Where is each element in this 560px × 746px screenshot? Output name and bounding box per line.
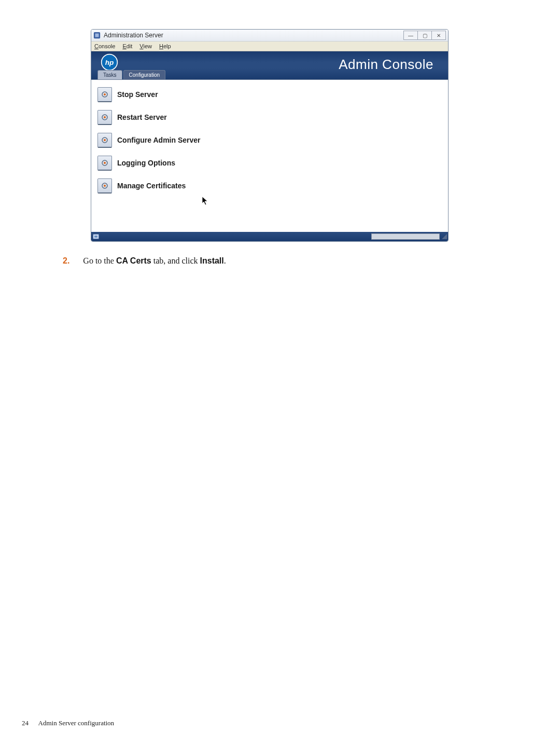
svg-point-13 — [104, 185, 106, 187]
maximize-button[interactable]: ▢ — [417, 31, 432, 40]
task-label: Logging Options — [117, 159, 175, 167]
footer-section: Admin Server configuration — [38, 719, 115, 727]
gear-icon — [97, 110, 112, 125]
header-band: hp Admin Console Tasks Configuration — [91, 51, 448, 79]
task-label: Manage Certificates — [117, 182, 186, 190]
task-label: Restart Server — [117, 113, 167, 121]
page-footer: 24 Admin Server configuration — [22, 719, 114, 727]
status-icon — [92, 233, 101, 240]
svg-point-7 — [104, 116, 106, 118]
task-manage-certificates[interactable]: Manage Certificates — [97, 175, 442, 196]
task-label: Stop Server — [117, 90, 158, 99]
minimize-button[interactable]: — — [403, 31, 418, 40]
task-label: Configure Admin Server — [117, 136, 201, 144]
svg-point-9 — [104, 139, 106, 141]
svg-rect-1 — [95, 34, 99, 37]
hp-logo-icon: hp — [101, 53, 118, 71]
svg-text:hp: hp — [105, 59, 114, 66]
window-title: Administration Server — [104, 32, 163, 39]
svg-point-11 — [104, 162, 106, 164]
tab-configuration[interactable]: Configuration — [123, 70, 165, 79]
menu-help[interactable]: Help — [159, 43, 171, 49]
titlebar: Administration Server — ▢ ✕ — [91, 30, 448, 42]
step-text: Go to the CA Certs tab, and click Instal… — [83, 256, 226, 266]
task-restart-server[interactable]: Restart Server — [97, 107, 442, 128]
page-number: 24 — [22, 719, 29, 727]
app-icon — [93, 32, 101, 39]
gear-icon — [97, 156, 112, 171]
resize-grip-icon[interactable] — [442, 234, 447, 239]
status-progress — [371, 233, 440, 240]
tab-tasks[interactable]: Tasks — [97, 70, 122, 79]
gear-icon — [97, 133, 112, 148]
task-stop-server[interactable]: Stop Server — [97, 84, 442, 105]
content-area: Stop Server Restart Server Configure Adm… — [91, 79, 448, 242]
svg-rect-15 — [94, 236, 97, 238]
statusbar — [91, 232, 448, 241]
tabs-row: Tasks Configuration — [97, 70, 166, 79]
svg-point-5 — [104, 93, 106, 95]
menu-edit[interactable]: Edit — [122, 43, 132, 49]
step-number: 2. — [63, 256, 69, 266]
menubar: Console Edit View Help — [91, 42, 448, 51]
task-configure-admin-server[interactable]: Configure Admin Server — [97, 130, 442, 150]
gear-icon — [97, 178, 112, 194]
task-logging-options[interactable]: Logging Options — [97, 153, 442, 173]
admin-console-title: Admin Console — [339, 57, 433, 73]
window-controls: — ▢ ✕ — [404, 31, 446, 40]
admin-server-window: Administration Server — ▢ ✕ Console Edit… — [91, 29, 449, 242]
gear-icon — [97, 87, 112, 102]
menu-view[interactable]: View — [139, 43, 152, 49]
instruction-step: 2. Go to the CA Certs tab, and click Ins… — [63, 256, 226, 266]
menu-console[interactable]: Console — [94, 43, 115, 49]
close-button[interactable]: ✕ — [431, 31, 446, 40]
